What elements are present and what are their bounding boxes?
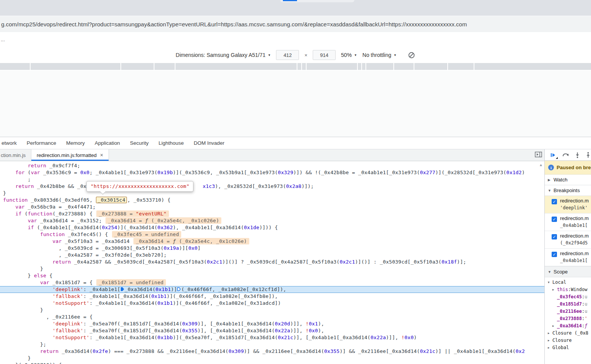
watch-section-header[interactable]: ▶ Watch [545,175,591,185]
throttling-value: No throttling [362,52,391,58]
scope-variable-name: _0x2116ee [557,309,582,314]
chevron-down-icon[interactable]: ▾ [548,280,552,284]
chevron-right-icon[interactable]: ▸ [552,288,557,291]
code-line: , _0x4a2587 = _0x3f02de[_0x3eb720]; [0,252,544,259]
scope-separator: : [568,287,571,292]
scope-variable-value: u [585,301,587,307]
devtools-tab-lighthouse[interactable]: Lighthouse [154,140,189,146]
code-line: var _0x56bc9a = _0x4f4471; [0,204,544,210]
breakpoint-code-snippet: 'deeplink' [560,205,590,210]
code-line: }; [0,341,544,348]
url-text[interactable]: g.com/mcp25/devops/redirect.html?product… [0,21,467,28]
file-tab-inactive[interactable]: ction.min.js [0,149,31,161]
scope-group-label: Closure [552,338,572,343]
execution-marker-outline-icon[interactable] [177,286,181,293]
step-into-button[interactable] [575,152,580,158]
inline-value-hint: _0x1851d7 = undefined [96,279,166,286]
scope-variable-row[interactable]: ▸_0xa36d14: ƒ [545,322,591,329]
code-line: , _0x5039cd = _0x300693[_0x5f10a3(0x19a)… [0,245,544,252]
scope-variable-row[interactable]: ▸this: Window [545,286,591,293]
scope-section-header[interactable]: ▼ Scope [545,266,591,277]
page-header-segment [121,63,154,70]
breakpoint-checkbox[interactable]: ✓ [552,234,557,239]
toggle-panel-icon[interactable] [535,152,542,159]
overflow-indicator: ... [1,37,5,42]
devtools-tab-application[interactable]: Application [90,140,125,146]
devtools-tab-etwork[interactable]: etwork [0,140,22,146]
code-line: function _0x3fec45() {_0x3fec45 = undefi… [0,231,544,238]
code-line: return _0x9cf7f4; [0,162,544,169]
inline-value-hint: _0xa36d14 = ƒ (_0x2a5e4c, _0x1c026e) [106,217,221,224]
chevron-right-icon[interactable]: ▸ [548,338,552,342]
scope-separator: : [582,323,585,328]
inline-value-hint: _0xa36d14 = ƒ (_0x2a5e4c, _0x1c026e) [133,238,249,244]
scope-group-row[interactable]: ▾Local [545,278,591,286]
code-editor[interactable]: ▲ return _0x9cf7f4; for (var _0x3536c9 =… [0,161,544,364]
chevron-right-icon[interactable]: ▸ [548,346,552,349]
code-line: if (function(_0x273888) {_0x273888 = "ev… [0,210,544,217]
resume-button[interactable] [550,152,556,158]
breakpoint-entry[interactable]: ✓redirection.m'deeplink' [545,196,591,214]
breakpoint-checkbox[interactable]: ✓ [552,252,557,257]
scope-group-row[interactable]: ▸Closure [545,336,591,344]
scope-group-row[interactable]: ▸Closure (_0x8 [545,329,591,336]
breakpoint-code-snippet: (_0x2f94d5 [560,240,590,246]
breakpoints-section-header[interactable]: ▼ Breakpoints [545,185,591,196]
debugger-sidebar: i Paused on bre ▶ Watch ▼ Breakpoints ✓r… [544,149,591,364]
code-line: var _0x5f10a3 = _0xa36d14_0xa36d14 = ƒ (… [0,238,544,245]
scope-variable-row: _0x273888: ' [545,315,591,322]
info-icon: i [548,165,554,170]
page-header-segment [394,63,414,70]
breakpoint-code-snippet: _0x4ab1e1[ [560,223,590,228]
chevron-right-icon[interactable]: ▸ [552,324,557,328]
chevron-right-icon[interactable]: ▸ [548,331,552,335]
throttling-select[interactable]: No throttling ▼ [362,52,396,58]
devtools-tab-performance[interactable]: Performance [22,140,61,146]
file-tab-active[interactable]: redirection.min.js:formatted × [31,149,109,161]
page-header-segment [448,63,474,70]
page-header-segment [474,63,591,70]
scope-separator: : [582,301,585,307]
breakpoint-entry[interactable]: ✓redirection.m_0x4ab1e1[ [545,249,591,266]
devtools-tab-security[interactable]: Security [125,140,154,146]
breakpoint-file-label: redirection.m [560,198,590,204]
breakpoint-entry[interactable]: ✓redirection.m_0x4ab1e1[ [545,214,591,231]
close-tab-icon[interactable]: × [100,152,103,158]
code-line: return _0x4a2587 && _0x5039cd[_0x4a2587[… [0,259,544,265]
page-header-segment [175,63,297,70]
chevron-down-icon: ▼ [548,189,551,193]
breakpoint-checkbox[interactable]: ✓ [552,199,557,204]
breakpoints-label: Breakpoints [554,188,580,193]
step-out-button[interactable] [586,152,591,158]
scope-variable-value: u [585,294,587,299]
execution-marker-filled-icon[interactable] [120,286,125,293]
zoom-select[interactable]: 50% ▼ [341,52,357,58]
code-line: } [0,265,544,272]
chevron-down-icon: ▼ [548,270,551,274]
long-press-indicator-icon [556,157,558,159]
viewport-height-input[interactable] [313,50,336,60]
breakpoint-checkbox[interactable]: ✓ [552,217,557,222]
tooltip-value: "https://xxxxxxxxxxxxxxxxxx.com" [91,183,189,190]
scope-group-label: Closure (_0x8 [552,330,588,336]
scope-group-row[interactable]: ▸Global [545,344,591,351]
code-line: function _0x8033d6(_0x3edf05, _0x3015c4,… [0,197,544,204]
code-line: 'notSupport': _0x4ab1e1[_0xa36d14(0x1b1)… [0,300,544,307]
dimension-multiply-sign: × [304,52,307,58]
rotate-device-icon[interactable] [408,52,415,59]
page-header-segment [297,63,301,70]
hovered-token[interactable]: _0x3015c4 [96,197,127,203]
file-tab-label: ction.min.js [1,152,26,158]
devtools-tabs: etworkPerformanceMemoryApplicationSecuri… [0,137,591,149]
devtools-tab-dom-invader[interactable]: DOM Invader [189,140,229,146]
code-line: , _0x2116ee = { [0,314,544,320]
viewport-width-input[interactable] [276,50,299,60]
breakpoint-entry[interactable]: ✓redirection.m(_0x2f94d5 [545,231,591,249]
inline-value-hint: _0x3fec45 = undefined [112,231,182,238]
device-dimensions-select[interactable]: Dimensions: Samsung Galaxy A51/71 ▼ [176,52,271,58]
step-over-button[interactable] [562,152,569,158]
address-bar[interactable]: g.com/mcp25/devops/redirect.html?product… [0,16,591,32]
breakpoint-file-label: redirection.m [560,233,590,239]
scrollbar-up-arrow[interactable]: ▲ [538,163,544,167]
devtools-tab-memory[interactable]: Memory [61,140,90,146]
